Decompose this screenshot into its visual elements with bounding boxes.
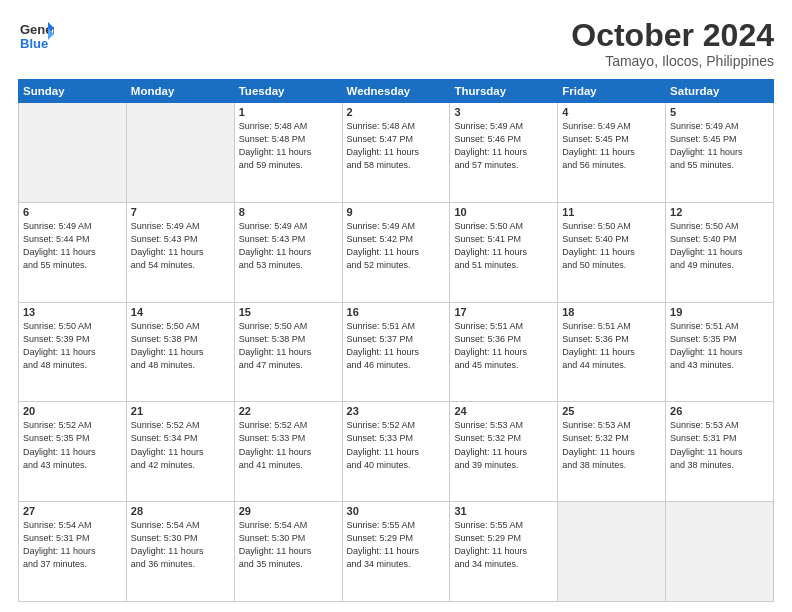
- cell-info-line: Sunset: 5:40 PM: [562, 233, 661, 246]
- cell-info-line: Sunrise: 5:54 AM: [23, 519, 122, 532]
- cell-info-line: Sunset: 5:45 PM: [562, 133, 661, 146]
- day-number: 16: [347, 306, 446, 318]
- cell-info-line: Sunset: 5:38 PM: [239, 333, 338, 346]
- cell-info-line: Sunrise: 5:49 AM: [23, 220, 122, 233]
- calendar-cell: 17Sunrise: 5:51 AMSunset: 5:36 PMDayligh…: [450, 302, 558, 402]
- cell-info-line: and 50 minutes.: [562, 259, 661, 272]
- calendar-week-2: 6Sunrise: 5:49 AMSunset: 5:44 PMDaylight…: [19, 202, 774, 302]
- cell-info-line: Sunset: 5:31 PM: [670, 432, 769, 445]
- cell-info-line: Sunrise: 5:49 AM: [131, 220, 230, 233]
- cell-info-line: and 46 minutes.: [347, 359, 446, 372]
- cell-info-line: and 38 minutes.: [670, 459, 769, 472]
- cell-info-line: Daylight: 11 hours: [239, 346, 338, 359]
- cell-info-line: and 44 minutes.: [562, 359, 661, 372]
- cell-info-line: and 42 minutes.: [131, 459, 230, 472]
- cell-info-line: Sunset: 5:29 PM: [347, 532, 446, 545]
- calendar-cell: 30Sunrise: 5:55 AMSunset: 5:29 PMDayligh…: [342, 502, 450, 602]
- cell-info-line: Daylight: 11 hours: [239, 146, 338, 159]
- cell-info-line: Daylight: 11 hours: [670, 146, 769, 159]
- cell-info-line: Sunset: 5:47 PM: [347, 133, 446, 146]
- day-number: 18: [562, 306, 661, 318]
- calendar-cell: 7Sunrise: 5:49 AMSunset: 5:43 PMDaylight…: [126, 202, 234, 302]
- weekday-header-monday: Monday: [126, 80, 234, 103]
- cell-info-line: Daylight: 11 hours: [347, 246, 446, 259]
- cell-info-line: Sunset: 5:41 PM: [454, 233, 553, 246]
- cell-info-line: and 49 minutes.: [670, 259, 769, 272]
- cell-info-line: Daylight: 11 hours: [670, 246, 769, 259]
- calendar-cell: 14Sunrise: 5:50 AMSunset: 5:38 PMDayligh…: [126, 302, 234, 402]
- cell-info-line: Sunset: 5:40 PM: [670, 233, 769, 246]
- day-number: 7: [131, 206, 230, 218]
- day-number: 3: [454, 106, 553, 118]
- cell-info-line: Daylight: 11 hours: [239, 446, 338, 459]
- weekday-header-tuesday: Tuesday: [234, 80, 342, 103]
- calendar-week-1: 1Sunrise: 5:48 AMSunset: 5:48 PMDaylight…: [19, 103, 774, 203]
- cell-info-line: Sunrise: 5:50 AM: [454, 220, 553, 233]
- day-number: 11: [562, 206, 661, 218]
- cell-info-line: Sunset: 5:35 PM: [23, 432, 122, 445]
- cell-info-line: Daylight: 11 hours: [347, 346, 446, 359]
- cell-info-line: and 43 minutes.: [23, 459, 122, 472]
- calendar-cell: 26Sunrise: 5:53 AMSunset: 5:31 PMDayligh…: [666, 402, 774, 502]
- cell-info-line: and 58 minutes.: [347, 159, 446, 172]
- cell-info-line: Sunrise: 5:51 AM: [670, 320, 769, 333]
- weekday-header-friday: Friday: [558, 80, 666, 103]
- cell-info-line: Daylight: 11 hours: [562, 446, 661, 459]
- cell-info-line: and 56 minutes.: [562, 159, 661, 172]
- cell-info-line: Sunrise: 5:50 AM: [131, 320, 230, 333]
- calendar-cell: 29Sunrise: 5:54 AMSunset: 5:30 PMDayligh…: [234, 502, 342, 602]
- cell-info-line: Sunrise: 5:53 AM: [562, 419, 661, 432]
- calendar-week-4: 20Sunrise: 5:52 AMSunset: 5:35 PMDayligh…: [19, 402, 774, 502]
- calendar-cell: 15Sunrise: 5:50 AMSunset: 5:38 PMDayligh…: [234, 302, 342, 402]
- day-number: 29: [239, 505, 338, 517]
- cell-info-line: and 54 minutes.: [131, 259, 230, 272]
- weekday-header-saturday: Saturday: [666, 80, 774, 103]
- cell-info-line: Daylight: 11 hours: [347, 446, 446, 459]
- cell-info-line: Sunrise: 5:49 AM: [347, 220, 446, 233]
- cell-info-line: Daylight: 11 hours: [562, 146, 661, 159]
- cell-info-line: Daylight: 11 hours: [347, 545, 446, 558]
- calendar-cell: 18Sunrise: 5:51 AMSunset: 5:36 PMDayligh…: [558, 302, 666, 402]
- day-number: 14: [131, 306, 230, 318]
- calendar-cell: [126, 103, 234, 203]
- cell-info-line: Daylight: 11 hours: [131, 446, 230, 459]
- cell-info-line: Sunrise: 5:51 AM: [347, 320, 446, 333]
- cell-info-line: Sunset: 5:36 PM: [454, 333, 553, 346]
- cell-info-line: Daylight: 11 hours: [670, 446, 769, 459]
- cell-info-line: Sunset: 5:43 PM: [239, 233, 338, 246]
- cell-info-line: Sunset: 5:45 PM: [670, 133, 769, 146]
- calendar-cell: [558, 502, 666, 602]
- cell-info-line: Daylight: 11 hours: [23, 545, 122, 558]
- cell-info-line: Daylight: 11 hours: [23, 246, 122, 259]
- cell-info-line: Sunrise: 5:51 AM: [454, 320, 553, 333]
- day-number: 20: [23, 405, 122, 417]
- calendar-cell: 6Sunrise: 5:49 AMSunset: 5:44 PMDaylight…: [19, 202, 127, 302]
- cell-info-line: Daylight: 11 hours: [454, 146, 553, 159]
- calendar-cell: 25Sunrise: 5:53 AMSunset: 5:32 PMDayligh…: [558, 402, 666, 502]
- cell-info-line: Daylight: 11 hours: [131, 246, 230, 259]
- cell-info-line: Daylight: 11 hours: [562, 246, 661, 259]
- cell-info-line: Daylight: 11 hours: [23, 446, 122, 459]
- cell-info-line: and 48 minutes.: [131, 359, 230, 372]
- day-number: 30: [347, 505, 446, 517]
- cell-info-line: Sunset: 5:33 PM: [239, 432, 338, 445]
- cell-info-line: Sunset: 5:32 PM: [454, 432, 553, 445]
- cell-info-line: Daylight: 11 hours: [347, 146, 446, 159]
- cell-info-line: Sunset: 5:36 PM: [562, 333, 661, 346]
- cell-info-line: Sunrise: 5:55 AM: [454, 519, 553, 532]
- cell-info-line: and 52 minutes.: [347, 259, 446, 272]
- cell-info-line: and 35 minutes.: [239, 558, 338, 571]
- day-number: 15: [239, 306, 338, 318]
- day-number: 9: [347, 206, 446, 218]
- cell-info-line: Daylight: 11 hours: [23, 346, 122, 359]
- cell-info-line: and 53 minutes.: [239, 259, 338, 272]
- cell-info-line: Daylight: 11 hours: [131, 545, 230, 558]
- cell-info-line: and 48 minutes.: [23, 359, 122, 372]
- cell-info-line: Sunrise: 5:48 AM: [347, 120, 446, 133]
- weekday-header-wednesday: Wednesday: [342, 80, 450, 103]
- calendar-cell: 20Sunrise: 5:52 AMSunset: 5:35 PMDayligh…: [19, 402, 127, 502]
- cell-info-line: Sunset: 5:48 PM: [239, 133, 338, 146]
- cell-info-line: Sunset: 5:37 PM: [347, 333, 446, 346]
- weekday-header-thursday: Thursday: [450, 80, 558, 103]
- cell-info-line: Sunset: 5:35 PM: [670, 333, 769, 346]
